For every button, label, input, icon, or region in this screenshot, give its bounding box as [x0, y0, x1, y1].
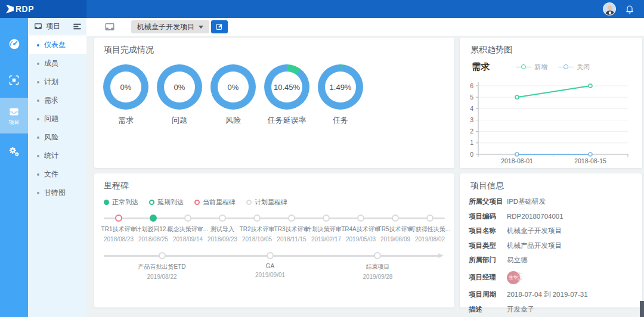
sidebar-item-members[interactable]: 成员: [28, 54, 86, 73]
milestone-node: TR3技术评审2018/11/15: [274, 215, 309, 243]
milestone-date: 2019/09/28: [363, 274, 392, 280]
legend-marker-icon: [104, 200, 109, 205]
sidebar-item-label: 计划: [44, 77, 58, 87]
bell-icon[interactable]: [625, 4, 634, 14]
milestone-node: TR2技术评审2018/10/05: [240, 215, 274, 243]
card-title: 累积趋势图: [460, 38, 642, 55]
collapse-menu-icon[interactable]: [73, 22, 82, 31]
milestone-dot[interactable]: [253, 215, 261, 222]
card-title: 项目信息: [460, 173, 642, 191]
info-label: 所属父项目: [469, 197, 507, 206]
sidebar-item-issues[interactable]: 问题: [28, 110, 86, 128]
milestone-dot[interactable]: [219, 215, 226, 222]
svg-text:2018-08-15: 2018-08-15: [574, 157, 606, 164]
sidebar-item-plan[interactable]: 计划: [28, 73, 86, 91]
milestone-dot[interactable]: [184, 215, 191, 222]
bullet-icon: [37, 100, 39, 102]
sidebar-item-label: 文件: [44, 169, 58, 179]
milestone-node: 测试导入2018/09/23: [205, 215, 240, 243]
milestone-name: 计划决策评审...: [306, 225, 346, 234]
info-label: 项目编码: [469, 212, 507, 221]
donut-value: 10.45%: [274, 83, 300, 92]
sidebar-item-dashboard[interactable]: 仪表盘: [28, 36, 86, 54]
donut-chart: 0%: [210, 64, 256, 110]
rail-item-workspace[interactable]: [0, 62, 28, 98]
legend-label: 计划里程碑: [255, 198, 287, 207]
scrollbar-thumb[interactable]: [640, 301, 644, 317]
milestone-name: TR4A技术评审: [341, 225, 380, 234]
milestone-dot[interactable]: [267, 252, 274, 259]
trend-card: 累积趋势图 需求 新增 关闭 01234562018-08-012018-08-…: [459, 37, 643, 169]
svg-text:3: 3: [470, 116, 473, 123]
milestone-dot[interactable]: [357, 215, 364, 222]
milestone-date: 2018/11/15: [277, 236, 306, 243]
svg-text:6: 6: [470, 82, 473, 89]
milestone-dot[interactable]: [288, 215, 295, 222]
donut-row: 0% 需求 0% 问题 0% 风险 10.45% 任务延误率 1.49% 任务: [94, 55, 454, 126]
icon-rail: 项目: [0, 18, 28, 317]
sidebar-item-label: 问题: [44, 114, 58, 124]
edit-project-button[interactable]: [211, 20, 228, 33]
legend-marker-icon: [194, 200, 200, 205]
info-row-department: 所属部门易立德: [469, 256, 633, 265]
milestone-node: TR1技术评审2018/08/23: [101, 215, 136, 243]
toolbar: 机械盒子开发项目: [86, 18, 644, 36]
rail-item-dashboard[interactable]: [0, 26, 28, 62]
milestone-dot[interactable]: [392, 215, 399, 222]
milestone-dot[interactable]: [150, 215, 157, 222]
milestone-node: 可获得性决策...2019/08/02: [413, 215, 447, 243]
info-row-project-name: 项目名称机械盒子开发项目: [469, 226, 633, 235]
milestone-date: 2019/05/03: [346, 236, 376, 243]
sidebar-item-files[interactable]: 文件: [28, 165, 86, 184]
card-title: 项目完成情况: [94, 38, 454, 55]
milestone-name: TR3技术评审: [274, 225, 309, 234]
sidebar-item-risks[interactable]: 风险: [28, 128, 86, 147]
legend-item[interactable]: 关闭: [558, 63, 590, 72]
rail-item-project[interactable]: 项目: [0, 98, 28, 133]
legend-marker-icon: [149, 200, 154, 205]
milestone-dot[interactable]: [426, 215, 434, 222]
milestone-timeline-1: TR1技术评审2018/08/23 计划驳回12...2018/08/25 概念…: [101, 215, 447, 243]
sidebar-item-label: 成员: [44, 58, 58, 69]
milestone-dot[interactable]: [374, 252, 381, 259]
donut-chart: 10.45%: [264, 64, 309, 110]
milestone-dot[interactable]: [115, 215, 122, 222]
user-avatar[interactable]: [603, 2, 616, 15]
rdp-dashboard: RDP: [0, 0, 644, 317]
milestone-name: 测试导入: [210, 225, 234, 234]
legend-label: 当前里程碑: [203, 198, 236, 207]
inbox-icon: [104, 21, 115, 32]
completion-card: 项目完成情况 0% 需求 0% 问题 0% 风险 10.45% 任务延误率 1.…: [94, 37, 455, 169]
sidebar-item-statistics[interactable]: 统计: [28, 147, 86, 165]
donut-tasks: 1.49% 任务: [314, 64, 367, 126]
edit-icon: [215, 23, 224, 31]
milestone-dot[interactable]: [159, 252, 166, 259]
donut-value: 0%: [174, 83, 185, 92]
donut-label: 任务延误率: [260, 115, 314, 126]
person-icon: [603, 3, 616, 15]
sidebar-item-requirements[interactable]: 需求: [28, 91, 86, 110]
rail-item-settings[interactable]: [0, 133, 28, 169]
svg-text:2: 2: [470, 128, 473, 135]
donut-label: 任务: [314, 115, 367, 126]
milestone-node: 概念决策评审...2018/09/14: [171, 215, 205, 243]
donut-value: 0%: [120, 83, 132, 92]
project-selector-value: 机械盒子开发项目: [137, 22, 194, 32]
trend-legend: 新增 关闭: [516, 63, 590, 72]
milestone-date: 2018/10/05: [242, 236, 272, 243]
legend-label: 关闭: [577, 63, 590, 72]
milestone-date: 2019/09/01: [255, 272, 285, 278]
sidebar-item-gantt[interactable]: 甘特图: [28, 184, 86, 202]
milestone-name: GA: [266, 263, 274, 269]
milestone-dot[interactable]: [323, 215, 330, 222]
legend-item[interactable]: 新增: [516, 63, 547, 72]
sidebar-item-label: 甘特图: [44, 188, 66, 198]
legend-item: 正常到达: [104, 198, 138, 207]
project-selector-dropdown[interactable]: 机械盒子开发项目: [131, 20, 209, 33]
donut-chart: 1.49%: [318, 64, 363, 110]
milestone-node: 结束项目2019/09/28: [363, 252, 392, 280]
milestone-node: 计划驳回12...2018/08/25: [136, 215, 171, 243]
milestone-name: TR2技术评审: [240, 225, 275, 234]
trend-line-chart: 01234562018-08-012018-08-15: [460, 76, 639, 167]
milestone-name: TR1技术评审: [101, 225, 137, 234]
